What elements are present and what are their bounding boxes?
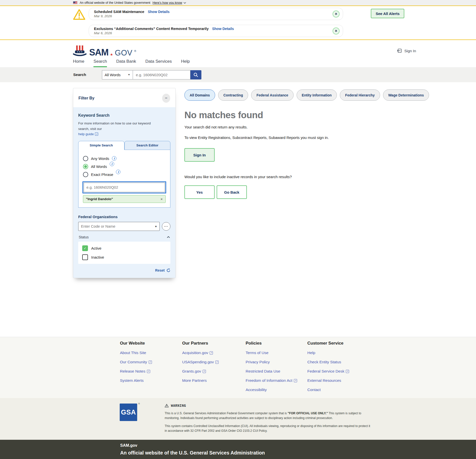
footer-link-privacy-policy[interactable]: Privacy Policy	[246, 360, 270, 364]
nav-item-data-bank[interactable]: Data Bank	[116, 59, 136, 67]
footer-col-our-partners: Our Partners Acquisition.gov↗ USASpendin…	[182, 341, 246, 392]
site-header: SAM ★ GOV ® Sign In	[0, 40, 476, 58]
go-back-button[interactable]: Go Back	[217, 185, 247, 199]
sign-in-button[interactable]: Sign In	[184, 148, 215, 162]
footer-link-accessibility[interactable]: Accessibility	[246, 388, 267, 392]
domain-tab-federal-assistance[interactable]: Federal Assistance	[251, 89, 293, 101]
checkbox-inactive[interactable]	[82, 254, 88, 260]
domain-tab-contracting[interactable]: Contracting	[218, 89, 248, 101]
domain-tab-wage-determinations[interactable]: Wage Determinations	[383, 89, 429, 101]
alert-item: Exclusions “Additional Comments” Content…	[89, 25, 343, 37]
info-icon[interactable]: i	[110, 162, 114, 166]
external-link-icon: ↗	[95, 132, 98, 136]
info-icon[interactable]: i	[112, 156, 116, 161]
collapse-filters-button[interactable]: −	[162, 94, 170, 103]
chevron-up-icon	[167, 236, 170, 238]
filter-panel: Filter By − Keyword Search For more info…	[73, 88, 176, 278]
footer-link-check-entity-status[interactable]: Check Entity Status	[307, 360, 341, 364]
gsa-logo: GSA	[120, 404, 137, 421]
footer-link-external-resources[interactable]: External Resources	[307, 378, 341, 383]
footer-link-more-partners[interactable]: More Partners	[182, 378, 207, 383]
show-details-link[interactable]: Show Details	[212, 27, 234, 31]
status-heading: Status	[79, 235, 89, 239]
footer-link-about-this-site[interactable]: About This Site	[120, 351, 146, 355]
gov-banner-text: An official website of the United States…	[80, 1, 150, 4]
radio-all-words-label: All Words	[91, 164, 107, 169]
results-area: All Domains Contracting Federal Assistan…	[184, 88, 429, 199]
radio-any-words[interactable]	[83, 156, 88, 161]
header-sign-in-link[interactable]: Sign In	[397, 48, 416, 53]
footer-link-release-notes[interactable]: Release Notes↗	[120, 369, 150, 374]
chip-remove-icon[interactable]: ×	[160, 197, 163, 201]
search-submit-button[interactable]	[190, 70, 201, 79]
main-content: Filter By − Keyword Search For more info…	[0, 82, 476, 337]
more-options-button[interactable]: ···	[162, 222, 170, 231]
radio-exact-phrase[interactable]	[83, 172, 88, 177]
see-all-alerts-button[interactable]: See All Alerts	[371, 9, 404, 18]
uncle-sam-hat-icon	[73, 45, 87, 56]
nav-item-home[interactable]: Home	[73, 59, 84, 67]
footer-link-federal-service-desk[interactable]: Federal Service Desk↗	[307, 369, 349, 374]
heres-how-you-know-link[interactable]: Here's how you know	[153, 1, 186, 4]
external-link-icon: ↗	[149, 361, 152, 364]
alert-item: Scheduled SAM Maintenance Show Details M…	[89, 8, 343, 20]
keyword-search-heading: Keyword Search	[78, 113, 170, 118]
footer-col-our-website: Our Website About This Site Our Communit…	[120, 341, 182, 392]
status-section-toggle[interactable]: Status	[78, 235, 170, 239]
reset-label: Reset	[155, 268, 165, 272]
primary-nav: Home Search Data Bank Data Services Help	[0, 59, 476, 67]
radio-all-words[interactable]	[83, 164, 88, 169]
domain-tab-entity-information[interactable]: Entity Information	[297, 89, 337, 101]
info-icon[interactable]: i	[116, 170, 120, 174]
chevron-down-icon	[183, 2, 186, 4]
external-link-icon: ↗	[346, 370, 349, 373]
external-link-icon: ↗	[294, 379, 297, 382]
select-arrow-icon: ▼	[128, 73, 130, 76]
keyword-search-input[interactable]	[84, 183, 165, 192]
tab-search-editor[interactable]: Search Editor	[124, 141, 171, 150]
global-search-input[interactable]	[133, 70, 190, 79]
search-mode-select[interactable]: All Words ▼	[102, 70, 133, 79]
close-icon: ×	[335, 12, 337, 16]
reset-filters[interactable]: Reset	[78, 268, 170, 273]
footer-link-help[interactable]: Help	[307, 351, 315, 355]
search-strip: Search All Words ▼	[0, 67, 476, 82]
alert-close-button[interactable]: ×	[333, 10, 340, 17]
footer-link-foia[interactable]: Freedom of Information Act↗	[246, 378, 297, 383]
footer-col-heading: Policies	[246, 341, 307, 346]
footer-link-our-community[interactable]: Our Community↗	[120, 360, 152, 364]
search-label: Search	[73, 72, 86, 77]
domain-tab-federal-hierarchy[interactable]: Federal Hierarchy	[340, 89, 380, 101]
checkbox-active[interactable]: ✓	[82, 245, 88, 251]
help-guide-link[interactable]: help guide ↗	[78, 131, 98, 137]
samgov-logo[interactable]: SAM ★ GOV ®	[73, 45, 136, 56]
no-results-message: Your search did not return any results.	[184, 125, 429, 129]
ellipsis-icon: ···	[164, 224, 168, 228]
footer-col-customer-service: Customer Service Help Check Entity Statu…	[307, 341, 416, 392]
footer-link-acquisition-gov[interactable]: Acquisition.gov↗	[182, 351, 213, 355]
alerts-section: Scheduled SAM Maintenance Show Details M…	[0, 6, 476, 40]
alert-close-button[interactable]: ×	[333, 27, 340, 34]
nav-item-data-services[interactable]: Data Services	[145, 59, 172, 67]
footer-link-usaspending-gov[interactable]: USASpending.gov↗	[182, 360, 219, 364]
nav-item-help[interactable]: Help	[181, 59, 190, 67]
footer-col-heading: Our Website	[120, 341, 182, 346]
footer-link-restricted-data-use[interactable]: Restricted Data Use	[246, 369, 280, 374]
yes-button[interactable]: Yes	[184, 185, 215, 199]
federal-org-input[interactable]	[78, 222, 160, 231]
registered-mark-icon: ®	[134, 49, 136, 52]
footer-col-heading: Our Partners	[182, 341, 246, 346]
footer-link-contact[interactable]: Contact	[307, 388, 321, 392]
tab-simple-search[interactable]: Simple Search	[78, 141, 124, 150]
nav-item-search[interactable]: Search	[93, 59, 107, 67]
warning-paragraph-1: This is a U.S. General Services Administ…	[165, 411, 371, 420]
footer-link-system-alerts[interactable]: System Alerts	[120, 378, 144, 383]
filter-by-title: Filter By	[78, 96, 94, 100]
close-icon: ×	[335, 29, 337, 33]
footer-link-terms-of-use[interactable]: Terms of Use	[246, 351, 268, 355]
domain-tab-all-domains[interactable]: All Domains	[184, 89, 215, 101]
show-details-link[interactable]: Show Details	[148, 10, 169, 14]
registered-mark-icon: ®	[138, 403, 140, 405]
sign-in-icon	[397, 48, 402, 53]
footer-link-grants-gov[interactable]: Grants.gov↗	[182, 369, 206, 374]
